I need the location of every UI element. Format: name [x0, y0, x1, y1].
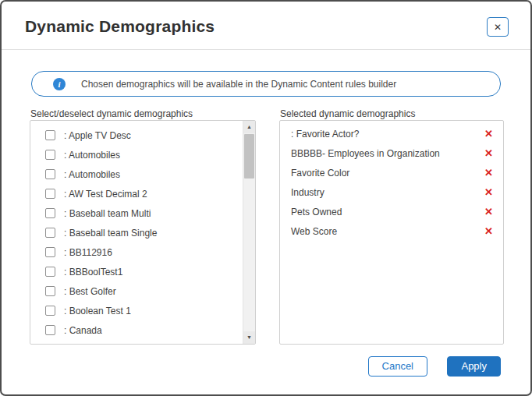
remove-icon[interactable]: ✕: [484, 226, 493, 236]
available-item-label: : AW Test Decimal 2: [64, 189, 147, 200]
available-item[interactable]: : BBBoolTest1: [30, 262, 242, 281]
item-checkbox[interactable]: [45, 189, 55, 199]
available-item[interactable]: : Canada: [30, 320, 242, 340]
available-item[interactable]: : AW Test Decimal 2: [30, 184, 242, 203]
available-item-label: : Automobiles: [64, 150, 120, 161]
selected-item: Pets Owned✕: [280, 202, 503, 221]
info-icon: i: [53, 78, 66, 90]
header-divider: [2, 49, 530, 50]
item-checkbox[interactable]: [45, 169, 55, 179]
selected-list: : Favorite Actor?✕BBBBB- Employees in Or…: [279, 120, 504, 345]
info-banner: i Chosen demographics will be available …: [31, 71, 501, 97]
available-item-label: : Canada: [64, 325, 102, 336]
item-checkbox[interactable]: [45, 150, 55, 160]
item-checkbox[interactable]: [45, 247, 55, 257]
selected-item-label: BBBBB- Employees in Organization: [291, 148, 440, 159]
dynamic-demographics-dialog: Dynamic Demographics ✕ i Chosen demograp…: [0, 0, 532, 396]
available-item-label: : Baseball team Multi: [64, 208, 151, 219]
available-item-label: : BB112916: [64, 247, 112, 258]
selected-item: Web Score✕: [280, 221, 503, 241]
selected-item: BBBBB- Employees in Organization✕: [280, 143, 503, 163]
selected-item-label: Favorite Color: [291, 168, 349, 179]
selected-item-label: Web Score: [291, 226, 337, 237]
cancel-button[interactable]: Cancel: [368, 356, 427, 377]
remove-icon[interactable]: ✕: [484, 148, 493, 158]
item-checkbox[interactable]: [45, 208, 55, 218]
item-checkbox[interactable]: [45, 306, 55, 316]
available-list: : Apple TV Desc: Automobiles: Automobile…: [30, 120, 256, 345]
available-item[interactable]: : Boolean Test 1: [30, 301, 242, 320]
remove-icon[interactable]: ✕: [484, 168, 493, 178]
selected-item-label: Industry: [291, 187, 325, 198]
available-item-label: : BBBoolTest1: [64, 267, 122, 278]
selected-list-label: Selected dynamic demographics: [280, 108, 415, 119]
available-item[interactable]: : Baseball team Single: [30, 223, 242, 242]
scroll-down-icon[interactable]: ▼: [243, 331, 255, 344]
available-item-label: : Best Golfer: [64, 286, 116, 297]
item-checkbox[interactable]: [45, 325, 55, 335]
close-button[interactable]: ✕: [487, 17, 509, 37]
close-icon: ✕: [494, 22, 502, 33]
remove-icon[interactable]: ✕: [484, 129, 493, 139]
selected-item: Industry✕: [280, 182, 503, 202]
info-banner-text: Chosen demographics will be available in…: [81, 79, 396, 90]
available-item[interactable]: : Automobiles: [30, 145, 242, 164]
remove-icon[interactable]: ✕: [484, 187, 493, 197]
item-checkbox[interactable]: [45, 228, 55, 238]
available-rows: : Apple TV Desc: Automobiles: Automobile…: [30, 121, 242, 344]
available-item-label: : Boolean Test 1: [64, 306, 131, 316]
available-item-label: : Apple TV Desc: [64, 130, 131, 141]
selected-item-label: Pets Owned: [291, 207, 342, 217]
available-item-label: : Automobiles: [64, 169, 120, 180]
available-item[interactable]: : BB112916: [30, 242, 242, 262]
available-item-label: : Baseball team Single: [64, 228, 157, 239]
item-checkbox[interactable]: [45, 267, 55, 277]
item-checkbox[interactable]: [45, 286, 55, 296]
selected-item: Favorite Color✕: [280, 163, 503, 182]
scroll-up-icon[interactable]: ▲: [243, 121, 255, 133]
item-checkbox[interactable]: [45, 130, 55, 140]
apply-button[interactable]: Apply: [447, 356, 501, 377]
scroll-thumb[interactable]: [244, 134, 254, 179]
selected-item-label: : Favorite Actor?: [291, 129, 359, 140]
available-item[interactable]: : Automobiles: [30, 164, 242, 184]
available-item[interactable]: : Baseball team Multi: [30, 203, 242, 223]
available-list-label: Select/deselect dynamic demographics: [30, 108, 193, 119]
remove-icon[interactable]: ✕: [484, 207, 493, 217]
selected-item: : Favorite Actor?✕: [280, 124, 503, 143]
scrollbar[interactable]: ▲ ▼: [243, 121, 255, 344]
dialog-title: Dynamic Demographics: [25, 17, 215, 36]
available-item[interactable]: : Best Golfer: [30, 281, 242, 301]
available-item[interactable]: : Apple TV Desc: [30, 126, 242, 145]
